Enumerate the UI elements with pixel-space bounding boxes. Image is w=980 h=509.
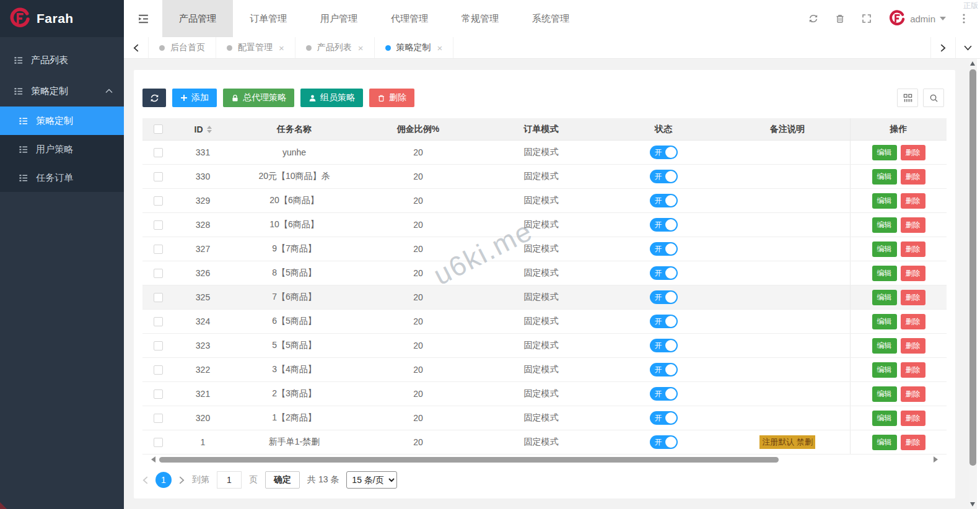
edit-button[interactable]: 编辑 [872, 241, 897, 257]
sidebar-collapse-button[interactable] [124, 0, 162, 37]
scroll-down-arrow-icon[interactable] [970, 502, 975, 507]
top-nav-item[interactable]: 订单管理 [233, 0, 304, 37]
edit-button[interactable]: 编辑 [872, 435, 897, 450]
tab-scroll-left-button[interactable] [124, 37, 149, 58]
scroll-up-arrow-icon[interactable] [970, 61, 975, 66]
horizontal-scroll-thumb[interactable] [159, 457, 779, 463]
row-checkbox[interactable] [154, 196, 163, 206]
fullscreen-icon[interactable] [862, 14, 872, 24]
status-toggle[interactable]: 开 [650, 218, 678, 232]
delete-button[interactable]: 删除 [901, 362, 925, 378]
row-checkbox[interactable] [154, 365, 163, 375]
edit-button[interactable]: 编辑 [872, 266, 897, 281]
edit-button[interactable]: 编辑 [872, 169, 897, 185]
edit-button[interactable]: 编辑 [872, 290, 897, 305]
tab-menu-button[interactable] [955, 37, 980, 58]
status-toggle[interactable]: 开 [650, 339, 678, 352]
sidebar-group-toggle[interactable]: 策略定制 [0, 76, 124, 107]
sidebar-subitem[interactable]: 用户策略 [0, 135, 124, 163]
status-toggle[interactable]: 开 [650, 266, 678, 280]
status-toggle[interactable]: 开 [650, 363, 678, 376]
status-toggle[interactable]: 开 [650, 242, 678, 256]
next-page-button[interactable] [179, 476, 185, 484]
row-checkbox[interactable] [154, 172, 163, 181]
delete-button[interactable]: 删除 [901, 217, 925, 233]
delete-button[interactable]: 删除 [901, 314, 925, 329]
sidebar-subitem[interactable]: 策略定制 [0, 107, 124, 135]
tab[interactable]: 产品列表× [295, 37, 375, 58]
brand-logo[interactable]: Farah [0, 0, 124, 37]
row-checkbox[interactable] [154, 293, 163, 302]
edit-button[interactable]: 编辑 [872, 145, 897, 160]
sidebar-item[interactable]: 产品列表 [0, 45, 124, 76]
delete-button[interactable]: 删除 [901, 169, 925, 185]
edit-button[interactable]: 编辑 [872, 338, 897, 354]
delete-button[interactable]: 删除 [901, 386, 925, 402]
edit-button[interactable]: 编辑 [872, 314, 897, 329]
user-menu[interactable]: admin [888, 10, 946, 27]
prev-page-button[interactable] [142, 476, 148, 484]
top-nav-item[interactable]: 产品管理 [162, 0, 233, 37]
edit-button[interactable]: 编辑 [872, 386, 897, 402]
confirm-button[interactable]: 确定 [265, 471, 300, 489]
edit-button[interactable]: 编辑 [872, 217, 897, 233]
sidebar-subitem[interactable]: 任务订单 [0, 163, 124, 192]
delete-button[interactable]: 删除 [369, 89, 414, 107]
horizontal-scrollbar[interactable] [151, 456, 938, 464]
tab[interactable]: 策略定制× [375, 37, 454, 58]
add-button[interactable]: 添加 [172, 89, 217, 107]
vertical-scrollbar[interactable] [969, 59, 977, 509]
table-search-button[interactable] [923, 89, 944, 107]
top-nav-item[interactable]: 代理管理 [374, 0, 445, 37]
tab[interactable]: 配置管理× [216, 37, 295, 58]
row-checkbox[interactable] [154, 220, 163, 230]
scroll-right-arrow-icon[interactable] [934, 456, 938, 463]
row-checkbox[interactable] [154, 269, 163, 278]
close-icon[interactable]: × [279, 43, 284, 53]
scroll-left-arrow-icon[interactable] [151, 456, 155, 463]
status-toggle[interactable]: 开 [650, 387, 678, 401]
edit-button[interactable]: 编辑 [872, 362, 897, 378]
status-toggle[interactable]: 开 [650, 290, 678, 304]
delete-button[interactable]: 删除 [901, 411, 925, 426]
delete-button[interactable]: 删除 [901, 435, 925, 450]
row-checkbox[interactable] [154, 438, 163, 447]
edit-button[interactable]: 编辑 [872, 193, 897, 209]
member-strategy-button[interactable]: 组员策略 [300, 89, 363, 107]
sort-icon[interactable] [207, 126, 212, 133]
status-toggle[interactable]: 开 [650, 315, 678, 328]
goto-page-input[interactable] [217, 471, 242, 489]
master-agent-strategy-button[interactable]: 总代理策略 [223, 89, 294, 107]
close-icon[interactable]: × [358, 43, 364, 53]
current-page-button[interactable]: 1 [155, 472, 172, 488]
row-checkbox[interactable] [154, 414, 163, 423]
close-icon[interactable]: × [437, 43, 443, 53]
vertical-scroll-thumb[interactable] [969, 69, 976, 466]
delete-button[interactable]: 删除 [901, 241, 925, 257]
top-nav-item[interactable]: 用户管理 [304, 0, 374, 37]
refresh-icon[interactable] [808, 14, 818, 24]
row-checkbox[interactable] [154, 245, 163, 254]
status-toggle[interactable]: 开 [650, 411, 678, 425]
tab-scroll-right-button[interactable] [930, 37, 955, 58]
tab[interactable]: 后台首页 [149, 37, 216, 58]
delete-button[interactable]: 删除 [901, 338, 925, 354]
kebab-menu-icon[interactable] [963, 14, 965, 24]
row-checkbox[interactable] [154, 389, 163, 399]
status-toggle[interactable]: 开 [650, 170, 678, 183]
status-toggle[interactable]: 开 [650, 146, 678, 159]
select-all-checkbox[interactable] [154, 124, 163, 134]
page-size-select[interactable]: 15 条/页 [346, 471, 397, 489]
row-checkbox[interactable] [154, 341, 163, 350]
delete-button[interactable]: 删除 [901, 290, 925, 305]
delete-button[interactable]: 删除 [901, 266, 925, 281]
delete-button[interactable]: 删除 [901, 145, 925, 160]
top-nav-item[interactable]: 系统管理 [515, 0, 586, 37]
delete-button[interactable]: 删除 [901, 193, 925, 209]
row-checkbox[interactable] [154, 317, 163, 326]
trash-icon[interactable] [835, 14, 845, 24]
row-checkbox[interactable] [154, 148, 163, 157]
status-toggle[interactable]: 开 [650, 194, 678, 207]
top-nav-item[interactable]: 常规管理 [445, 0, 515, 37]
refresh-button[interactable] [142, 89, 166, 107]
